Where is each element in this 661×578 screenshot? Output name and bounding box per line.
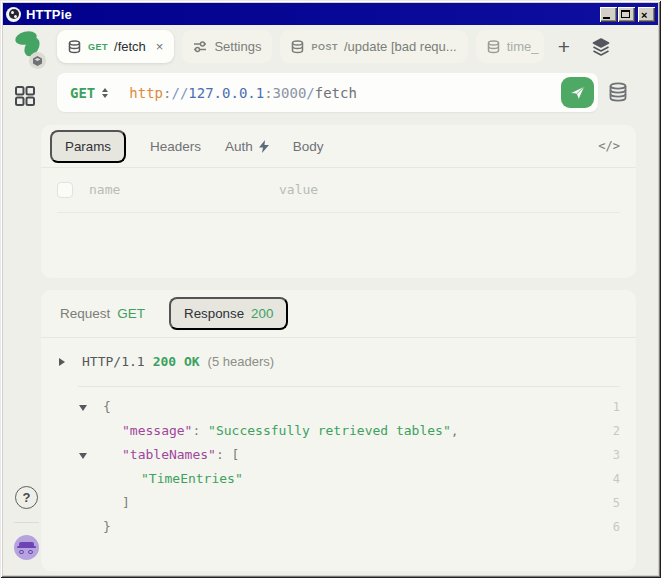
sidebar-divider [14,522,39,523]
tab-post-update[interactable]: POST /update [bad requ... [280,30,467,63]
send-button[interactable] [561,77,594,108]
request-tabbar: GET /fetch × Settings POST [51,25,658,68]
response-status-line[interactable]: HTTP/1.1 200 OK (5 headers) [41,337,636,386]
response-panel: Request GET Response 200 HTTP/1.1 200 OK… [41,290,636,571]
method-selector[interactable]: GET [70,85,108,101]
tab-body[interactable]: Body [293,139,324,154]
exchange-tabs: Request GET Response 200 [41,290,636,337]
tab-method-label: GET [88,42,108,52]
collapse-down-icon[interactable] [79,405,87,411]
param-row-divider [57,212,620,213]
protocol-label: HTTP/1.1 [82,354,145,369]
json-line: "TimeEntries"4 [41,467,636,491]
json-line: "message": "Successfully retrieved table… [41,419,636,443]
tab-params[interactable]: Params [50,130,126,163]
response-status-badge: 200 [251,306,273,321]
tab-title: /fetch [114,39,146,54]
tab-close-icon[interactable]: × [156,40,164,53]
httpie-window-icon [6,7,21,22]
collection-db-icon [291,40,304,54]
close-button[interactable]: × [638,7,655,22]
auth-bolt-icon [259,140,269,153]
summary-divider [78,386,620,387]
url-input[interactable]: http://127.0.0.1:3000/fetch [129,85,357,101]
line-number: 4 [613,467,620,491]
code-view-icon[interactable]: </> [598,139,620,153]
paper-plane-icon [569,85,586,101]
json-line: ]5 [41,491,636,515]
collapse-right-icon[interactable] [59,358,65,366]
tab-time[interactable]: time_ [476,30,544,63]
tab-title: Settings [214,39,261,54]
response-body-json: {1"message": "Successfully retrieved tab… [41,395,636,539]
minimize-icon [603,17,610,19]
json-line: {1 [41,395,636,419]
url-row: GET http://127.0.0.1:3000/fetch [57,73,631,112]
line-number: 5 [613,491,620,515]
app-content: ? GET /fetch × [3,25,658,575]
settings-sliders-icon [193,40,207,53]
tab-response[interactable]: Response 200 [169,297,288,330]
window-controls: × [600,7,655,22]
method-label: GET [70,85,95,101]
line-number: 2 [613,419,620,443]
tab-overview-layers-icon[interactable] [591,37,611,57]
param-value-input[interactable]: value [279,182,318,197]
maximize-button[interactable] [618,7,635,22]
json-line: "tableNames": [3 [41,443,636,467]
local-badge-icon [29,52,46,69]
request-method-label: GET [117,306,145,321]
request-editor-panel: Params Headers Auth Body </> name value [41,125,636,278]
request-editor-tabs: Params Headers Auth Body </> [41,125,636,167]
maximize-icon [621,10,630,18]
close-icon: × [641,9,647,21]
tab-auth[interactable]: Auth [225,139,269,154]
minimize-button[interactable] [600,7,617,22]
collapse-down-icon[interactable] [79,453,87,459]
tab-request[interactable]: Request GET [60,306,145,321]
method-dropdown-arrows-icon [102,88,108,98]
line-number: 3 [613,443,620,467]
new-tab-button[interactable]: + [558,37,570,57]
httpie-logo-icon[interactable] [10,29,48,69]
tab-settings[interactable]: Settings [182,30,272,63]
line-number: 1 [613,395,620,419]
collection-db-icon [487,40,500,54]
window-titlebar[interactable]: HTTPie × [3,3,658,25]
collection-db-icon [68,40,81,54]
tab-headers[interactable]: Headers [150,139,201,154]
param-checkbox[interactable] [57,182,73,198]
url-bar[interactable]: GET http://127.0.0.1:3000/fetch [57,73,598,112]
status-ok-label: 200 OK [153,354,200,369]
param-row: name value [41,167,636,212]
user-avatar[interactable] [14,535,39,560]
headers-count-label: (5 headers) [208,354,274,369]
history-db-icon[interactable] [605,78,631,108]
app-window: HTTPie × [0,0,661,578]
tab-title: /update [bad requ... [344,39,457,54]
window-title: HTTPie [26,7,72,22]
line-number: 6 [613,515,620,539]
json-line: }6 [41,515,636,539]
spaces-grid-icon[interactable] [13,83,39,109]
param-name-input[interactable]: name [89,182,279,197]
tab-method-label: POST [311,42,338,52]
tab-get-fetch[interactable]: GET /fetch × [57,30,174,63]
help-icon[interactable]: ? [15,486,38,509]
tab-title: time_ [507,39,539,54]
